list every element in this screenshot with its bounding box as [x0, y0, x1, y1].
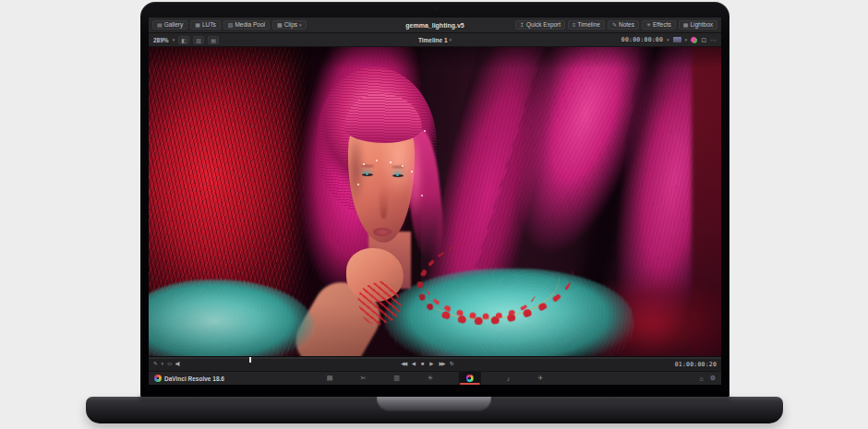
- macbook-lid: ▤ Gallery ▦ LUTs ▧ Media Pool ▩ Clips: [140, 2, 729, 398]
- timeline-button[interactable]: ≡ Timeline: [568, 20, 605, 30]
- expand-viewer-icon[interactable]: ⊡: [701, 37, 706, 43]
- app-version-wrap: DaVinci Resolve 18.6: [154, 375, 224, 382]
- media-pool-label: Media Pool: [235, 22, 265, 29]
- playhead-marker[interactable]: [249, 357, 251, 363]
- viewer-timecode[interactable]: 00:00:00:00: [621, 36, 663, 43]
- loop-button[interactable]: ↻: [450, 362, 454, 367]
- davinci-resolve-window: ▤ Gallery ▦ LUTs ▧ Media Pool ▩ Clips: [149, 18, 721, 385]
- gallery-button[interactable]: ▤ Gallery: [152, 20, 187, 30]
- last-frame-button[interactable]: ▶▶: [440, 362, 444, 367]
- media-page-icon: ▤: [327, 375, 333, 382]
- quick-export-label: Quick Export: [526, 22, 561, 29]
- chevron-down-icon: ▾: [450, 38, 452, 42]
- page-switcher: ▤ ✂ ▥ ✳ ♪ ✈: [325, 372, 545, 385]
- clips-label: Clips: [284, 22, 297, 29]
- scrub-bar[interactable]: [149, 357, 721, 359]
- edit-page-icon: ▥: [393, 375, 400, 382]
- scopes-icon[interactable]: [691, 37, 697, 43]
- fairlight-page-icon: ♪: [507, 375, 511, 382]
- first-frame-button[interactable]: ◀◀: [401, 362, 405, 367]
- luts-icon: ▦: [195, 22, 200, 28]
- playhead-timecode[interactable]: 01:00:00:20: [675, 361, 717, 368]
- webcam-dot: [434, 7, 437, 10]
- gallery-label: Gallery: [164, 22, 184, 29]
- fairlight-page-button[interactable]: ♪: [505, 372, 512, 385]
- page-bar-right: ⌂ ⚙: [699, 375, 716, 382]
- davinci-resolve-logo: [154, 375, 162, 382]
- clips-button[interactable]: ▩ Clips ▾: [272, 20, 307, 30]
- image-wipe-icon[interactable]: ▥: [193, 36, 204, 44]
- quick-export-icon: ↥: [520, 22, 524, 28]
- macbook-base: [86, 397, 783, 423]
- scene: ▤ Gallery ▦ LUTs ▧ Media Pool ▩ Clips: [0, 0, 868, 429]
- page-bar: DaVinci Resolve 18.6 ▤ ✂ ▥ ✳ ♪ ✈ ⌂ ⚙: [149, 371, 721, 385]
- effects-label: Effects: [653, 22, 671, 29]
- lightbox-label: Lightbox: [690, 22, 713, 29]
- cut-page-button[interactable]: ✂: [358, 372, 368, 385]
- deliver-page-button[interactable]: ✈: [536, 372, 545, 385]
- audio-mute-icon[interactable]: [175, 362, 182, 367]
- timeline-selector[interactable]: Timeline 1 ▾: [418, 37, 452, 43]
- play-button[interactable]: ▶: [429, 362, 433, 367]
- project-title: gemma_lighting.v5: [405, 18, 464, 33]
- stop-button[interactable]: ■: [421, 362, 424, 367]
- effects-button[interactable]: ✳ Effects: [642, 20, 676, 30]
- quick-export-button[interactable]: ↥ Quick Export: [515, 20, 565, 30]
- cut-page-icon: ✂: [360, 375, 366, 382]
- luts-label: LUTs: [202, 22, 216, 29]
- toolbar-left-group: ▤ Gallery ▦ LUTs ▧ Media Pool ▩ Clips: [152, 20, 307, 30]
- zoom-level-select[interactable]: 289%: [153, 37, 169, 43]
- transport-left-tools: ✎ ▾ ▭: [153, 362, 182, 367]
- media-page-button[interactable]: ▤: [325, 372, 335, 385]
- media-pool-button[interactable]: ▧ Media Pool: [223, 20, 270, 30]
- lid-opening-notch: [377, 397, 491, 411]
- step-back-button[interactable]: ◀: [412, 362, 416, 367]
- home-icon[interactable]: ⌂: [699, 375, 703, 382]
- gear-icon[interactable]: ⚙: [710, 375, 716, 382]
- chevron-down-icon: ▾: [299, 23, 302, 28]
- timeline-label: Timeline: [578, 22, 600, 29]
- transport-bar: ✎ ▾ ▭ ◀◀ ◀ ■ ▶ ▶▶ ↻ 01:00:00:20: [149, 356, 721, 371]
- clips-icon: ▩: [277, 22, 283, 28]
- gallery-icon: ▤: [157, 22, 163, 28]
- viewer-right-controls: 00:00:00:00 ▾ ▾ ⊡ ⋯: [621, 36, 717, 43]
- split-screen-icon[interactable]: ◧: [178, 36, 189, 44]
- monitor-icon[interactable]: [673, 37, 681, 42]
- luts-button[interactable]: ▦ LUTs: [190, 20, 220, 30]
- timeline-icon: ≡: [573, 22, 576, 28]
- lightbox-button[interactable]: ▦ Lightbox: [679, 20, 717, 30]
- viewer-left-controls: 289% ▾ ◧ ▥ ▤: [153, 36, 219, 44]
- chevron-down-icon[interactable]: ▾: [685, 38, 688, 42]
- toolbar-right-group: ↥ Quick Export ≡ Timeline ✎ Notes ✳ Effe…: [515, 20, 717, 30]
- fusion-page-icon: ✳: [428, 375, 433, 382]
- media-pool-icon: ▧: [228, 22, 234, 28]
- highlight-icon[interactable]: ▤: [208, 36, 219, 44]
- app-version-label: DaVinci Resolve 18.6: [164, 375, 224, 382]
- chevron-down-icon[interactable]: ▾: [667, 38, 669, 42]
- chevron-down-icon[interactable]: ▾: [173, 38, 175, 42]
- top-toolbar: ▤ Gallery ▦ LUTs ▧ Media Pool ▩ Clips: [149, 18, 721, 33]
- notes-icon: ✎: [612, 22, 617, 28]
- notes-button[interactable]: ✎ Notes: [608, 20, 639, 30]
- lightbox-icon: ▦: [683, 22, 689, 28]
- vignette-overlay: [149, 47, 721, 356]
- overflow-menu-icon[interactable]: ⋯: [710, 37, 717, 43]
- clip-info-icon[interactable]: ▭: [167, 362, 172, 367]
- viewer-image: [149, 47, 721, 356]
- chevron-down-icon[interactable]: ▾: [162, 362, 164, 366]
- color-page-button-active[interactable]: [459, 372, 481, 385]
- notes-label: Notes: [619, 22, 634, 29]
- deliver-page-icon: ✈: [537, 375, 543, 382]
- color-page-icon: [466, 375, 474, 382]
- edit-page-button[interactable]: ▥: [392, 372, 402, 385]
- timeline-name: Timeline 1: [418, 37, 448, 43]
- effects-icon: ✳: [646, 22, 651, 28]
- fusion-page-button[interactable]: ✳: [426, 372, 435, 385]
- draw-tool-icon[interactable]: ✎: [153, 362, 158, 367]
- viewer-toolbar: 289% ▾ ◧ ▥ ▤ Timeline 1 ▾ 00:00:00:00 ▾ …: [149, 33, 721, 47]
- transport-controls: ◀◀ ◀ ■ ▶ ▶▶ ↻: [401, 362, 453, 367]
- transport-timecode-wrap: 01:00:00:20: [675, 361, 717, 368]
